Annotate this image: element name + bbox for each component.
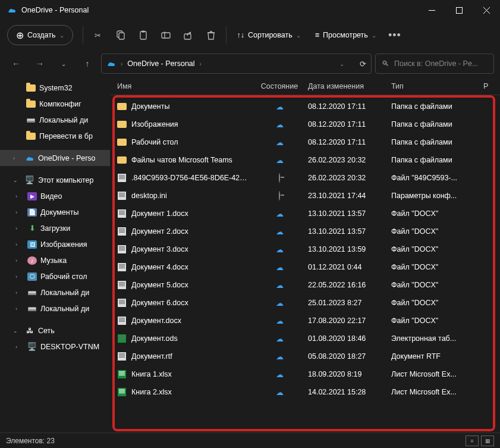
file-name: .849C9593-D756-4E56-8D6E-42412F2A707B	[131, 174, 251, 182]
search-icon: 🔍︎	[382, 59, 389, 68]
col-state[interactable]: Состояние	[256, 82, 303, 90]
file-name: Документ 5.docx	[131, 281, 188, 289]
file-state: ☁	[256, 102, 303, 111]
file-name: Изображения	[131, 120, 178, 129]
file-date: 22.05.2022 16:16	[303, 281, 386, 289]
sidebar: System32КомпконфигЛокальный диПеревести …	[0, 77, 110, 433]
file-row[interactable]: Документ.rtf☁05.08.2020 18:27Документ RT…	[110, 347, 500, 365]
file-state: ☁	[256, 317, 303, 325]
file-state: ☁	[256, 299, 303, 308]
sidebar-item[interactable]: ›OneDrive - Persо	[0, 150, 110, 166]
window-title: OneDrive - Personal	[21, 6, 89, 14]
sidebar-item[interactable]: ›♪Музыка	[0, 252, 110, 268]
file-date: 13.10.2021 13:57	[303, 227, 386, 236]
navbar: ← → ⌄ ↑ › OneDrive - Personal › ⌄ ⟳ 🔍︎ П…	[0, 50, 500, 77]
address-bar[interactable]: › OneDrive - Personal › ⌄ ⟳	[101, 54, 372, 74]
sidebar-item[interactable]: ›▶Видео	[0, 188, 110, 204]
delete-icon[interactable]	[201, 25, 221, 45]
file-row[interactable]: Документ 1.docx☁13.10.2021 13:57Файл "DO…	[110, 205, 500, 223]
breadcrumb-item[interactable]: OneDrive - Personal	[127, 59, 194, 68]
sidebar-item[interactable]: Локальный ди	[0, 112, 110, 128]
file-row[interactable]: Рабочий стол☁08.12.2020 17:11Папка с фай…	[110, 133, 500, 151]
col-size[interactable]: Р	[479, 82, 493, 90]
file-state: ☁	[256, 227, 303, 236]
file-row[interactable]: desktop.ini23.10.2021 17:44Параметры кон…	[110, 187, 500, 205]
file-row[interactable]: Документ.ods☁01.08.2020 18:46Электронная…	[110, 330, 500, 347]
file-date: 05.08.2020 18:27	[303, 352, 386, 361]
sort-icon: ↑↓	[237, 31, 245, 39]
sidebar-item[interactable]: ⌄🖧Сеть	[0, 322, 110, 339]
col-date[interactable]: Дата изменения	[303, 82, 386, 90]
window: OneDrive - Personal ⊕ Создать ⌄ ✂ ↑↓ Сор…	[0, 0, 500, 448]
file-date: 18.09.2020 8:19	[303, 370, 386, 378]
sidebar-item[interactable]: ⌄🖥️Этот компьютер	[0, 172, 110, 188]
sidebar-item[interactable]: ›🖥️DESKTOP-VTNM	[0, 339, 110, 355]
sort-button[interactable]: ↑↓ Сортировать ⌄	[231, 25, 307, 45]
file-type: Файл "DOCX"	[386, 263, 479, 271]
file-row[interactable]: Документ 3.docx☁13.10.2021 13:59Файл "DO…	[110, 240, 500, 258]
file-state: ☁	[256, 388, 303, 397]
file-row[interactable]: .849C9593-D756-4E56-8D6E-42412F2A707B26.…	[110, 169, 500, 187]
sidebar-item[interactable]: ›Локальный ди	[0, 284, 110, 300]
rename-icon[interactable]	[156, 25, 176, 45]
file-row[interactable]: Документы☁08.12.2020 17:11Папка с файлам…	[110, 98, 500, 115]
sidebar-item[interactable]: ›📄Документы	[0, 204, 110, 220]
chevron-down-icon[interactable]: ⌄	[339, 61, 344, 67]
file-row[interactable]: Документ 6.docx☁25.01.2023 8:27Файл "DOC…	[110, 294, 500, 312]
copy-icon[interactable]	[111, 25, 131, 45]
file-type: Электронная таб...	[386, 334, 479, 343]
file-state: ☁	[256, 352, 303, 361]
svg-rect-3	[119, 33, 124, 39]
file-date: 01.08.2020 18:46	[303, 334, 386, 343]
back-button[interactable]: ←	[6, 54, 26, 74]
sidebar-item[interactable]: ›⬇Загрузки	[0, 220, 110, 236]
file-type: Файл "DOCX"	[386, 245, 479, 253]
col-name[interactable]: Имя	[110, 82, 256, 90]
file-state: ☁	[256, 245, 303, 254]
file-row[interactable]: Документ.docx☁17.08.2020 22:17Файл "DOCX…	[110, 312, 500, 330]
more-button[interactable]: •••	[385, 25, 405, 45]
file-type: Файл "849C9593-...	[386, 174, 479, 182]
svg-rect-5	[141, 31, 144, 33]
close-button[interactable]	[473, 0, 500, 20]
svg-rect-0	[429, 10, 435, 11]
file-type: Лист Microsoft Ex...	[386, 370, 479, 378]
cut-icon[interactable]: ✂	[88, 25, 108, 45]
share-icon[interactable]	[178, 25, 199, 45]
details-view-button[interactable]: ≡	[466, 436, 479, 446]
file-row[interactable]: Книга 1.xlsx☁18.09.2020 8:19Лист Microso…	[110, 365, 500, 383]
sidebar-item[interactable]: Компконфиг	[0, 96, 110, 112]
search-input[interactable]: 🔍︎ Поиск в: OneDrive - Pe...	[375, 54, 494, 74]
file-row[interactable]: Книга 2.xlsx☁14.02.2021 15:28Лист Micros…	[110, 383, 500, 401]
file-date: 13.10.2021 13:57	[303, 209, 386, 218]
up-button[interactable]: ↑	[77, 54, 98, 74]
minimize-button[interactable]	[418, 0, 445, 20]
file-row[interactable]: Изображения☁08.12.2020 17:11Папка с файл…	[110, 115, 500, 133]
forward-button[interactable]: →	[30, 54, 50, 74]
sidebar-item[interactable]: System32	[0, 80, 110, 96]
create-button[interactable]: ⊕ Создать ⌄	[7, 25, 73, 45]
refresh-icon[interactable]: ⟳	[360, 59, 366, 68]
file-name: Книга 2.xlsx	[131, 388, 172, 396]
titlebar: OneDrive - Personal	[0, 0, 500, 20]
sidebar-item[interactable]: ›Локальный ди	[0, 300, 110, 317]
file-type: Папка с файлами	[386, 102, 479, 111]
file-date: 01.12.2021 0:44	[303, 263, 386, 271]
sidebar-item[interactable]: ›🖼Изображения	[0, 236, 110, 252]
sidebar-item[interactable]: ›🖵Рабочий стол	[0, 268, 110, 284]
file-state: ☁	[256, 156, 303, 165]
file-row[interactable]: Файлы чатов Microsoft Teams☁26.02.2023 2…	[110, 151, 500, 169]
col-type[interactable]: Тип	[386, 82, 479, 90]
icons-view-button[interactable]: ▦	[481, 436, 494, 446]
file-row[interactable]: Документ 2.docx☁13.10.2021 13:57Файл "DO…	[110, 223, 500, 240]
column-headers: Имя Состояние Дата изменения Тип Р	[110, 77, 500, 95]
sidebar-item[interactable]: Перевести в бр	[0, 128, 110, 144]
view-button[interactable]: ≡ Просмотреть ⌄	[309, 25, 382, 45]
paste-icon[interactable]	[133, 25, 153, 45]
maximize-button[interactable]	[445, 0, 473, 20]
file-row[interactable]: Документ 5.docx☁22.05.2022 16:16Файл "DO…	[110, 276, 500, 294]
file-date: 26.02.2023 20:32	[303, 156, 386, 164]
history-button[interactable]: ⌄	[54, 54, 74, 74]
file-type: Файл "DOCX"	[386, 209, 479, 218]
file-row[interactable]: Документ 4.docx☁01.12.2021 0:44Файл "DOC…	[110, 258, 500, 276]
